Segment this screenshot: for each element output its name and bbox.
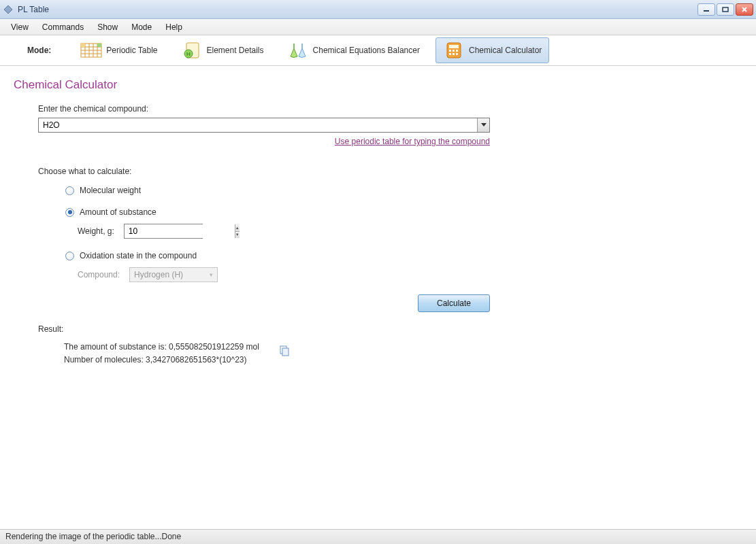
window-controls <box>697 3 753 16</box>
window-titlebar: PL Table <box>0 0 756 19</box>
compound-label: Enter the chemical compound: <box>38 104 501 114</box>
result-line-1: The amount of substance is: 0,5550825019… <box>64 341 259 354</box>
mode-item-label: Chemical Calculator <box>469 46 542 55</box>
calculator-icon <box>443 41 465 60</box>
weight-spin-up[interactable]: ▲ <box>235 224 240 232</box>
svg-rect-19 <box>449 45 459 48</box>
periodic-table-icon <box>80 41 102 60</box>
svg-rect-13 <box>81 44 85 47</box>
menu-show[interactable]: Show <box>91 20 125 34</box>
mode-element-details[interactable]: H Element Details <box>174 37 272 63</box>
svg-rect-23 <box>449 53 451 55</box>
minimize-button[interactable] <box>697 3 715 16</box>
element-select-value: Hydrogen (H) <box>134 270 183 279</box>
mode-toolbar: Mode: Periodic Table H Element Details <box>0 35 756 66</box>
element-select-disabled: Hydrogen (H) ▼ <box>129 267 218 282</box>
result-text: The amount of substance is: 0,5550825019… <box>64 341 259 367</box>
svg-rect-2 <box>723 7 728 12</box>
svg-rect-20 <box>449 50 451 52</box>
close-button[interactable] <box>736 3 753 16</box>
svg-text:H: H <box>186 51 191 57</box>
radio-amount-of-substance[interactable] <box>65 208 74 217</box>
svg-marker-26 <box>481 123 487 126</box>
compound-input[interactable] <box>39 118 477 132</box>
radio-molecular-weight[interactable] <box>65 186 74 195</box>
mode-item-label: Chemical Equations Balancer <box>313 46 420 55</box>
weight-label: Weight, g: <box>78 226 114 236</box>
radio-label-amount-of-substance: Amount of substance <box>80 207 157 217</box>
calculate-button-label: Calculate <box>437 299 471 308</box>
svg-rect-21 <box>453 50 455 52</box>
svg-rect-24 <box>453 53 455 55</box>
weight-spinner: ▲ ▼ <box>235 224 240 238</box>
svg-rect-25 <box>456 53 458 55</box>
content-area: Chemical Calculator Enter the chemical c… <box>0 66 756 379</box>
compound-combobox[interactable] <box>38 118 490 133</box>
svg-rect-28 <box>282 348 289 356</box>
result-line-2: Number of molecules: 3,34270682651563*(1… <box>64 354 259 367</box>
compound-dropdown-button[interactable] <box>477 118 489 132</box>
radio-oxidation-state[interactable] <box>65 252 74 260</box>
chevron-down-icon: ▼ <box>208 272 214 278</box>
weight-spin-down[interactable]: ▼ <box>235 232 240 239</box>
mode-chemical-calculator[interactable]: Chemical Calculator <box>435 37 549 63</box>
flasks-icon <box>287 41 309 60</box>
compound-sub-label: Compound: <box>78 270 120 279</box>
menu-view[interactable]: View <box>4 20 35 34</box>
svg-rect-22 <box>456 50 458 52</box>
mode-equations-balancer[interactable]: Chemical Equations Balancer <box>280 37 427 63</box>
app-icon <box>3 4 14 15</box>
mode-item-label: Periodic Table <box>106 46 157 55</box>
weight-input-wrapper: ▲ ▼ <box>124 224 203 239</box>
svg-rect-14 <box>97 44 101 47</box>
mode-item-label: Element Details <box>207 46 264 55</box>
calculate-button[interactable]: Calculate <box>418 294 490 312</box>
maximize-button[interactable] <box>717 3 734 16</box>
page-title: Chemical Calculator <box>14 78 742 92</box>
result-label: Result: <box>38 324 501 334</box>
status-text: Rendering the image of the periodic tabl… <box>5 532 181 541</box>
element-details-icon: H <box>181 41 203 60</box>
menu-mode[interactable]: Mode <box>125 20 159 34</box>
menubar: View Commands Show Mode Help <box>0 19 756 35</box>
statusbar: Rendering the image of the periodic tabl… <box>0 529 756 544</box>
menu-commands[interactable]: Commands <box>35 20 91 34</box>
menu-help[interactable]: Help <box>159 20 189 34</box>
window-title: PL Table <box>18 5 49 14</box>
mode-periodic-table[interactable]: Periodic Table <box>73 37 165 63</box>
copy-icon[interactable] <box>278 345 291 359</box>
radio-label-oxidation-state: Oxidation state in the compound <box>80 251 197 260</box>
mode-label: Mode: <box>27 46 51 55</box>
svg-marker-0 <box>4 5 12 14</box>
use-periodic-table-link[interactable]: Use periodic table for typing the compou… <box>335 137 490 146</box>
weight-input[interactable] <box>125 224 235 238</box>
choose-label: Choose what to calculate: <box>38 167 501 176</box>
radio-label-molecular-weight: Molecular weight <box>80 186 141 195</box>
